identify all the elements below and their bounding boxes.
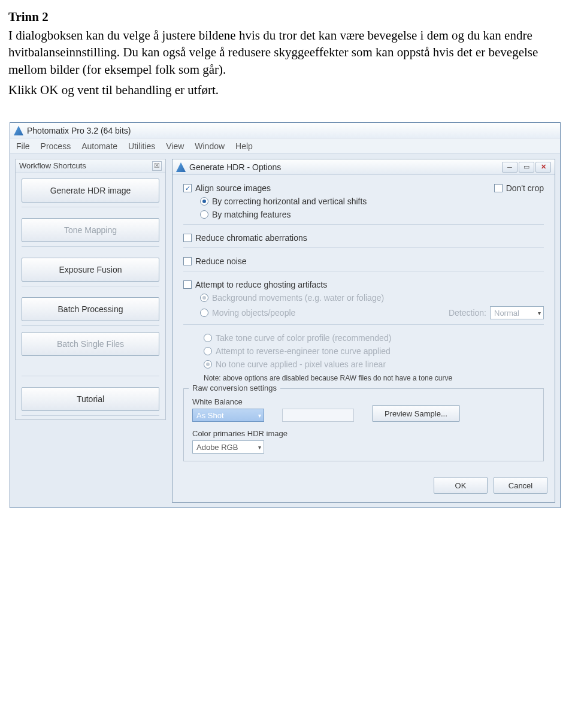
ghost-radio-moving-label: Moving objects/people	[212, 308, 295, 318]
app-icon	[14, 126, 23, 135]
app-window: Photomatix Pro 3.2 (64 bits) File Proces…	[10, 122, 561, 508]
generate-hdr-dialog: Generate HDR - Options ─ ▭ ✕ ✓ Align sou…	[172, 159, 555, 503]
preview-sample-button[interactable]: Preview Sample...	[372, 405, 460, 422]
app-titlebar: Photomatix Pro 3.2 (64 bits)	[10, 123, 560, 138]
menu-file[interactable]: File	[16, 141, 30, 151]
close-panel-icon[interactable]: ☒	[152, 161, 162, 171]
screenshot-container: Photomatix Pro 3.2 (64 bits) File Proces…	[8, 121, 567, 509]
maximize-icon[interactable]: ▭	[519, 162, 534, 173]
detection-combo: Normal▾	[490, 306, 544, 319]
chroma-checkbox[interactable]	[183, 234, 192, 242]
align-checkbox[interactable]: ✓	[183, 184, 192, 192]
tone-radio-2	[204, 347, 212, 355]
menu-process[interactable]: Process	[41, 141, 71, 151]
ghost-radio-bg	[200, 294, 208, 302]
doc-paragraph-1: I dialogboksen kan du velge å justere bi…	[8, 27, 567, 78]
white-balance-label: White Balance	[192, 397, 264, 406]
raw-settings-legend: Raw conversion settings	[189, 383, 280, 392]
tone-mapping-button[interactable]: Tone Mapping	[22, 218, 159, 242]
dialog-title: Generate HDR - Options	[189, 162, 502, 172]
align-radio-shifts[interactable]	[200, 197, 208, 206]
noise-label: Reduce noise	[195, 256, 247, 266]
detection-label: Detection:	[449, 308, 486, 318]
exposure-fusion-button[interactable]: Exposure Fusion	[22, 258, 159, 282]
doc-heading: Trinn 2	[8, 10, 567, 25]
raw-settings-group: Raw conversion settings White Balance As…	[183, 388, 544, 461]
align-label: Align source images	[195, 183, 271, 193]
menubar: File Process Automate Utilities View Win…	[10, 138, 560, 154]
tone-radio-1	[204, 334, 212, 342]
minimize-icon[interactable]: ─	[502, 162, 518, 173]
dont-crop-checkbox[interactable]	[494, 184, 503, 192]
tone-radio-3-label: No tone curve applied - pixel values are…	[216, 360, 386, 369]
color-primaries-label: Color primaries HDR image	[192, 429, 535, 438]
generate-hdr-button[interactable]: Generate HDR image	[22, 179, 159, 203]
align-radio-shifts-label: By correcting horizontal and vertical sh…	[212, 197, 367, 206]
menu-automate[interactable]: Automate	[81, 141, 117, 151]
close-icon[interactable]: ✕	[535, 162, 551, 173]
dialog-titlebar: Generate HDR - Options ─ ▭ ✕	[172, 159, 555, 175]
ghost-radio-moving	[200, 309, 208, 317]
workflow-panel: Workflow Shortcuts ☒ Generate HDR image …	[15, 159, 166, 420]
tone-note: Note: above options are disabled because…	[204, 374, 452, 382]
ghost-checkbox[interactable]	[183, 280, 192, 289]
align-radio-features[interactable]	[200, 210, 208, 219]
chroma-label: Reduce chromatic aberrations	[195, 233, 307, 243]
dialog-icon	[176, 162, 186, 172]
color-primaries-combo[interactable]: Adobe RGB▾	[192, 440, 264, 454]
ghost-label: Attempt to reduce ghosting artifacts	[195, 280, 327, 289]
noise-checkbox[interactable]	[183, 257, 192, 265]
cancel-button[interactable]: Cancel	[494, 477, 547, 494]
batch-single-files-button[interactable]: Batch Single Files	[22, 332, 159, 356]
white-balance-combo[interactable]: As Shot▾	[192, 409, 264, 422]
dont-crop-label: Don't crop	[506, 183, 544, 193]
tone-radio-1-label: Take tone curve of color profile (recomm…	[216, 333, 391, 343]
batch-processing-button[interactable]: Batch Processing	[22, 297, 159, 321]
menu-view[interactable]: View	[166, 141, 184, 151]
tutorial-button[interactable]: Tutorial	[22, 387, 159, 411]
app-title: Photomatix Pro 3.2 (64 bits)	[27, 126, 131, 135]
ok-button[interactable]: OK	[434, 477, 488, 494]
doc-paragraph-2: Klikk OK og vent til behandling er utfør…	[8, 81, 567, 98]
tone-radio-3	[204, 360, 212, 368]
menu-utilities[interactable]: Utilities	[128, 141, 155, 151]
align-radio-features-label: By matching features	[212, 210, 291, 219]
tone-radio-2-label: Attempt to reverse-engineer tone curve a…	[216, 346, 391, 356]
sidebar: Workflow Shortcuts ☒ Generate HDR image …	[15, 159, 166, 503]
ghost-radio-bg-label: Background movements (e.g. water or foli…	[212, 293, 384, 303]
menu-help[interactable]: Help	[235, 141, 253, 151]
menu-window[interactable]: Window	[195, 141, 225, 151]
workflow-panel-title: Workflow Shortcuts	[19, 161, 86, 170]
